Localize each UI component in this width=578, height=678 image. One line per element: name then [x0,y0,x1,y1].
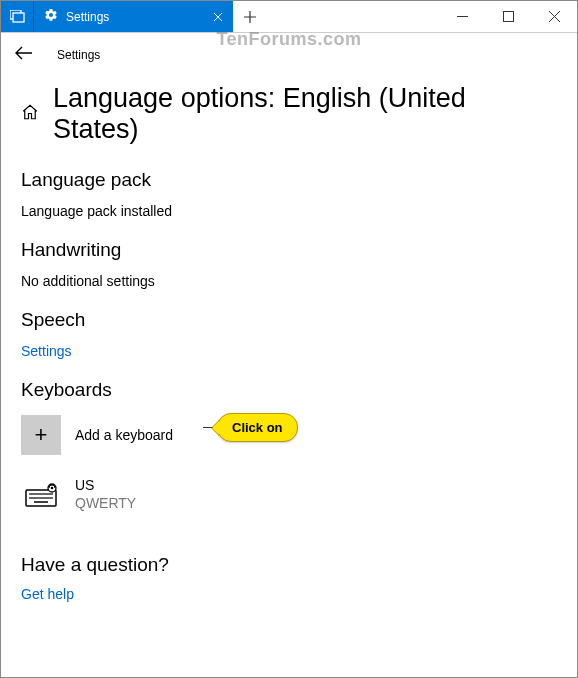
keyboard-icon [21,483,61,507]
keyboard-name: US [75,477,136,495]
add-keyboard-label: Add a keyboard [75,427,173,443]
maximize-button[interactable] [485,1,531,32]
speech-heading: Speech [21,309,557,331]
callout-bubble: Click on [217,413,298,442]
nav-label: Settings [57,48,100,62]
tab-settings[interactable]: Settings [34,1,233,32]
minimize-button[interactable] [439,1,485,32]
back-button[interactable] [15,45,39,65]
tab-close-button[interactable] [209,8,227,26]
svg-rect-2 [503,12,513,22]
question-heading: Have a question? [21,554,557,576]
new-tab-button[interactable] [233,1,267,32]
task-view-button[interactable] [1,1,34,32]
gear-icon [44,8,58,25]
plus-icon [244,11,256,23]
task-view-icon [10,10,25,23]
keyboards-heading: Keyboards [21,379,557,401]
home-icon [21,103,39,121]
language-pack-heading: Language pack [21,169,557,191]
add-keyboard-row[interactable]: + Add a keyboard Click on [21,415,557,455]
back-arrow-icon [15,46,33,60]
close-icon [549,11,560,22]
plus-icon: + [35,422,48,448]
speech-settings-link[interactable]: Settings [21,343,557,359]
keyboard-layout: QWERTY [75,495,136,513]
get-help-link[interactable]: Get help [21,586,557,602]
close-icon [213,12,223,22]
tab-title: Settings [66,10,209,24]
page-title: Language options: English (United States… [53,83,557,145]
titlebar: Settings [1,1,577,33]
minimize-icon [457,11,468,22]
keyboard-item[interactable]: US QWERTY [21,477,557,512]
close-window-button[interactable] [531,1,577,32]
nav-bar: Settings [1,33,577,77]
svg-rect-1 [13,13,24,22]
home-button[interactable] [21,103,39,126]
language-pack-status: Language pack installed [21,203,557,219]
svg-point-8 [51,486,54,489]
titlebar-drag-area [267,1,439,32]
handwriting-status: No additional settings [21,273,557,289]
handwriting-heading: Handwriting [21,239,557,261]
add-keyboard-button[interactable]: + [21,415,61,455]
maximize-icon [503,11,514,22]
annotation-callout: Click on [203,413,298,442]
